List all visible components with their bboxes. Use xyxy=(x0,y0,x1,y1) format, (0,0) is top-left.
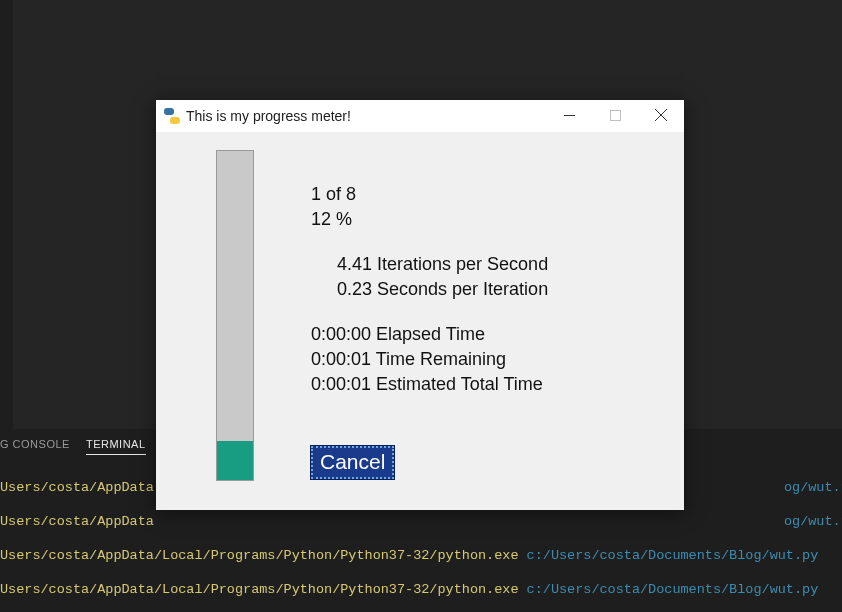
terminal-text: og/wut.py xyxy=(784,514,842,529)
terminal-text: og/wut.py xyxy=(784,480,842,495)
estimated-total-time: 0:00:01 Estimated Total Time xyxy=(311,372,548,397)
terminal-text: Users/costa/AppData xyxy=(0,514,154,529)
iterations-per-second: 4.41 Iterations per Second xyxy=(337,252,548,277)
svg-rect-1 xyxy=(610,110,620,120)
terminal-text: c:/Users/costa/Documents/Blog/wut.py xyxy=(518,548,818,563)
close-icon xyxy=(655,109,667,121)
seconds-per-iteration: 0.23 Seconds per Iteration xyxy=(337,277,548,302)
time-remaining: 0:00:01 Time Remaining xyxy=(311,347,548,372)
terminal-text: Users/costa/AppData/Local/Programs/Pytho… xyxy=(0,582,518,597)
terminal-text: Users/costa/AppData/Local/Programs/Pytho… xyxy=(0,548,518,563)
progress-bar-fill xyxy=(217,441,253,480)
maximize-icon xyxy=(610,110,621,121)
dialog-title: This is my progress meter! xyxy=(186,108,351,124)
elapsed-time: 0:00:00 Elapsed Time xyxy=(311,322,548,347)
progress-stats: 1 of 8 12 % 4.41 Iterations per Second 0… xyxy=(311,182,548,397)
tab-terminal[interactable]: TERMINAL xyxy=(86,438,146,455)
terminal-text: Users/costa/AppData xyxy=(0,480,154,495)
dialog-titlebar[interactable]: This is my progress meter! xyxy=(156,100,684,132)
maximize-button[interactable] xyxy=(592,100,638,130)
window-controls xyxy=(546,100,684,132)
dialog-body: 1 of 8 12 % 4.41 Iterations per Second 0… xyxy=(156,132,684,510)
tab-debug-console[interactable]: G CONSOLE xyxy=(0,438,70,454)
progress-bar xyxy=(216,150,254,481)
python-icon xyxy=(164,108,180,124)
close-button[interactable] xyxy=(638,100,684,130)
minimize-button[interactable] xyxy=(546,100,592,130)
terminal-text: c:/Users/costa/Documents/Blog/wut.py xyxy=(518,582,818,597)
minimize-icon xyxy=(564,110,575,121)
progress-dialog: This is my progress meter! 1 of 8 12 % 4… xyxy=(156,100,684,510)
progress-counter: 1 of 8 xyxy=(311,182,548,207)
cancel-button[interactable]: Cancel xyxy=(311,446,394,479)
progress-percent: 12 % xyxy=(311,207,548,232)
